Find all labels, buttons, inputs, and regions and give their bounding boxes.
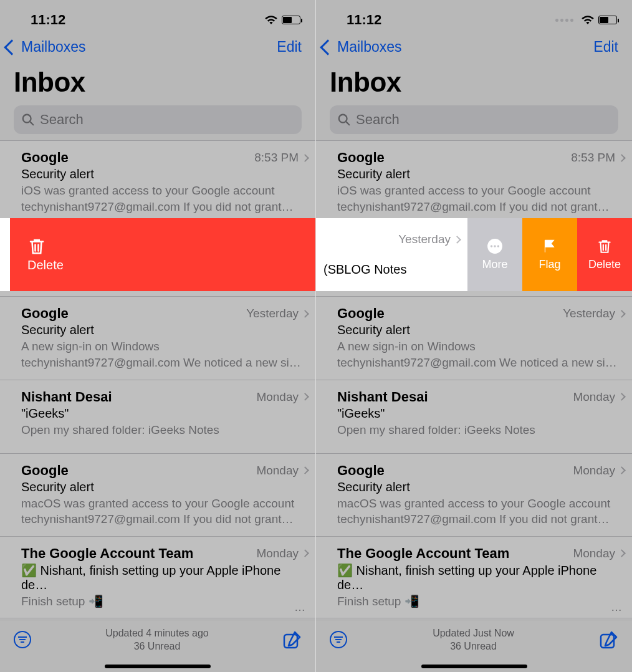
compose-icon — [283, 630, 302, 649]
chevron-right-icon — [618, 310, 626, 318]
svg-point-9 — [497, 245, 499, 247]
search-placeholder: Search — [40, 112, 84, 128]
sender: Google — [21, 305, 69, 322]
chevron-right-icon — [301, 466, 309, 474]
message-row[interactable]: Google Yesterday Security alert A new si… — [0, 297, 315, 380]
status-time: 11:12 — [31, 12, 65, 28]
sender: Nishant Desai — [337, 389, 428, 405]
chevron-right-icon — [301, 310, 309, 318]
sender: Nishant Desai — [21, 389, 112, 405]
sender: Google — [337, 463, 385, 479]
swipe-message-time: Yesterday — [323, 233, 467, 246]
time: 8:53 PM — [571, 151, 625, 165]
subject: ✅ Nishant, finish setting up your Apple … — [21, 563, 308, 592]
nav-bar: Mailboxes Edit — [316, 31, 632, 60]
message-row[interactable]: The Google Account Team Monday ✅ Nishant… — [316, 537, 632, 619]
chevron-right-icon — [618, 466, 626, 474]
message-list: Google 8:53 PM Security alert iOS was gr… — [316, 140, 632, 648]
search-icon — [337, 113, 351, 127]
subject: Security alert — [21, 323, 308, 337]
message-row[interactable]: The Google Account Team Monday ✅ Nishant… — [0, 537, 315, 619]
more-ellipsis-icon — [487, 238, 503, 254]
swipe-message-subject: (SBLOG Notes — [323, 262, 467, 277]
screen-record-dots-icon — [555, 19, 573, 22]
time: Monday — [256, 547, 308, 560]
flag-action[interactable]: Flag — [522, 218, 577, 291]
time: Yesterday — [246, 307, 308, 320]
chevron-right-icon — [301, 549, 309, 557]
nav-bar: Mailboxes Edit — [0, 31, 315, 60]
filter-button[interactable] — [14, 631, 31, 648]
filter-button[interactable] — [330, 631, 347, 648]
chevron-right-icon — [301, 393, 309, 401]
subject: Security alert — [337, 480, 625, 494]
message-row[interactable]: Google Yesterday Security alert A new si… — [316, 297, 632, 380]
phone-right: 11:12 Mailboxes Edit Inbox Search Google… — [316, 0, 632, 672]
search-input[interactable]: Search — [14, 105, 302, 134]
chevron-right-icon — [301, 154, 309, 162]
preview: Finish setup 📲 — [337, 593, 625, 610]
compose-button[interactable] — [283, 630, 302, 649]
toolbar-status: Updated Just Now 36 Unread — [433, 626, 514, 653]
filter-icon — [334, 636, 343, 643]
edit-button[interactable]: Edit — [593, 39, 618, 55]
message-row[interactable]: Nishant Desai Monday "iGeeks" Open my sh… — [0, 380, 315, 454]
subject: Security alert — [337, 323, 625, 337]
subject: "iGeeks" — [21, 406, 308, 421]
subject: Security alert — [337, 167, 625, 181]
chevron-back-icon — [320, 39, 335, 55]
flag-icon — [542, 238, 558, 254]
message-row[interactable]: Google 8:53 PM Security alert iOS was gr… — [0, 141, 315, 224]
message-row[interactable]: Google 8:53 PM Security alert iOS was gr… — [316, 141, 632, 224]
preview: Open my shared folder: iGeeks Notes — [337, 422, 625, 438]
swipe-message-body[interactable]: Yesterday (SBLOG Notes — [316, 218, 467, 291]
compose-icon — [600, 630, 618, 649]
time: Monday — [573, 464, 625, 478]
search-input[interactable]: Search — [330, 105, 618, 134]
chevron-right-icon — [618, 393, 626, 401]
sender: The Google Account Team — [337, 545, 509, 562]
sender: Google — [337, 150, 385, 166]
svg-line-1 — [30, 122, 34, 125]
svg-point-8 — [494, 245, 496, 247]
message-row[interactable]: Nishant Desai Monday "iGeeks" Open my sh… — [316, 380, 632, 454]
message-list: Google 8:53 PM Security alert iOS was gr… — [0, 140, 315, 648]
phone-left: 11:12 Mailboxes Edit Inbox Search Google… — [0, 0, 316, 672]
sender: Google — [337, 305, 385, 322]
wifi-icon — [264, 15, 278, 25]
swipe-actions-row[interactable]: Yesterday (SBLOG Notes More Flag Delete — [316, 218, 632, 291]
time: Monday — [256, 390, 308, 404]
subject: ✅ Nishant, finish setting up your Apple … — [337, 563, 625, 592]
message-row[interactable]: Google Monday Security alert macOS was g… — [316, 454, 632, 537]
more-icon: … — [611, 601, 623, 614]
edit-button[interactable]: Edit — [277, 39, 302, 55]
compose-button[interactable] — [600, 630, 618, 649]
back-button[interactable]: Mailboxes — [6, 39, 86, 55]
battery-icon — [598, 16, 617, 24]
battery-icon — [282, 16, 300, 24]
back-button[interactable]: Mailboxes — [322, 39, 402, 55]
sender: The Google Account Team — [21, 545, 193, 562]
chevron-right-icon — [618, 154, 626, 162]
preview: iOS was granted access to your Google ac… — [21, 183, 308, 214]
more-icon: … — [294, 601, 307, 614]
status-bar: 11:12 — [0, 0, 315, 31]
delete-action[interactable]: Delete — [10, 218, 315, 291]
subject: Security alert — [21, 167, 308, 181]
page-title: Inbox — [0, 60, 315, 105]
chevron-right-icon — [453, 236, 461, 244]
swipe-full-delete-row[interactable]: Delete — [0, 218, 315, 291]
more-action[interactable]: More — [467, 218, 522, 291]
svg-point-7 — [491, 245, 492, 247]
page-title: Inbox — [316, 60, 632, 105]
delete-label: Delete — [27, 258, 64, 272]
message-row[interactable]: Google Monday Security alert macOS was g… — [0, 454, 315, 537]
more-label: More — [482, 258, 507, 271]
preview: A new sign-in on Windows techynishant972… — [337, 338, 625, 370]
toolbar-status: Updated 4 minutes ago 36 Unread — [105, 626, 208, 653]
svg-line-4 — [346, 122, 350, 125]
delete-action[interactable]: Delete — [577, 218, 632, 291]
preview: Open my shared folder: iGeeks Notes — [21, 422, 308, 438]
filter-icon — [18, 636, 27, 643]
time: Yesterday — [563, 307, 625, 320]
